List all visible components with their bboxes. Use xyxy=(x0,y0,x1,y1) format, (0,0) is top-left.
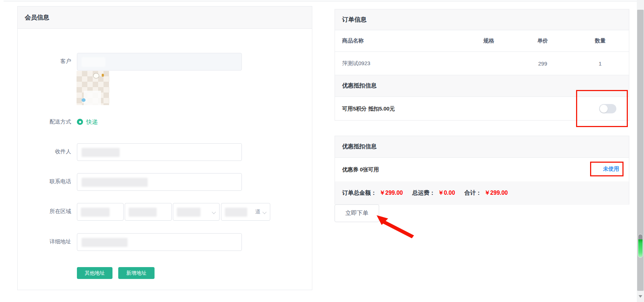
delivery-express-radio[interactable] xyxy=(77,119,83,125)
phone-input[interactable] xyxy=(77,173,242,191)
order-table-row: 萍测试0923 299 1 xyxy=(335,52,629,75)
avatar-face-detail xyxy=(93,73,99,78)
sum-label: 合计： xyxy=(464,189,482,197)
page-scrollbar[interactable] xyxy=(637,0,644,302)
region-label: 所在区域 xyxy=(24,208,71,215)
scroll-progress-cap xyxy=(638,234,643,239)
province-value-redacted xyxy=(81,208,110,217)
phone-label: 联系电话 xyxy=(24,178,71,185)
order-card-title: 订单信息 xyxy=(342,15,367,24)
phone-value-redacted xyxy=(82,178,148,187)
address-input[interactable] xyxy=(77,233,242,251)
scrollbar-down-arrow-icon[interactable] xyxy=(639,295,642,298)
scroll-progress-indicator xyxy=(638,234,643,258)
avatar-blue-dot xyxy=(82,98,86,102)
delivery-express-label[interactable]: 快递 xyxy=(86,118,98,126)
coupon-card-header: 优惠抵扣信息 xyxy=(335,136,629,158)
address-label: 详细地址 xyxy=(24,238,71,245)
region-city-select[interactable] xyxy=(125,203,172,221)
page-top-divider xyxy=(4,1,637,1)
points-text: 可用5积分 抵扣5.00元 xyxy=(342,105,395,112)
street-value-fragment: 道 xyxy=(255,208,261,215)
total-label: 订单总金额： xyxy=(342,189,377,197)
place-order-button[interactable]: 立即下单 xyxy=(335,204,379,222)
coupon-row: 优惠券 0张可用 xyxy=(335,158,629,181)
district-value-redacted xyxy=(177,208,201,217)
customer-input[interactable] xyxy=(77,53,242,71)
customer-avatar xyxy=(77,71,109,105)
col-quantity: 数量 xyxy=(571,37,629,44)
customer-label: 客户 xyxy=(24,58,71,65)
shipping-value: ￥0.00 xyxy=(438,189,455,197)
col-product-name: 商品名称 xyxy=(335,37,464,44)
quantity-cell: 1 xyxy=(571,60,629,67)
total-value: ￥299.00 xyxy=(380,189,403,197)
member-card-header: 会员信息 xyxy=(18,6,312,29)
add-address-button[interactable]: 新增地址 xyxy=(118,267,155,279)
product-name-cell: 萍测试0923 xyxy=(335,60,464,67)
member-card-title: 会员信息 xyxy=(25,13,49,22)
avatar-blur-block xyxy=(84,91,101,105)
delivery-method-label: 配送方式 xyxy=(24,118,71,125)
customer-value-redacted xyxy=(82,57,105,67)
member-info-card: 会员信息 客户 配送方式 快递 收件人 联系电话 所在区域 道 详细地址 其他地… xyxy=(17,6,312,290)
col-unit-price: 单价 xyxy=(514,37,571,44)
shipping-label: 总运费： xyxy=(412,189,435,197)
recipient-label: 收件人 xyxy=(24,148,71,155)
col-spec: 规格 xyxy=(464,37,514,44)
city-value-redacted xyxy=(129,208,157,217)
unit-price-cell: 299 xyxy=(514,60,571,67)
annotation-arrow xyxy=(374,213,417,239)
recipient-input[interactable] xyxy=(77,143,242,161)
street-value-redacted xyxy=(225,208,247,217)
other-address-button[interactable]: 其他地址 xyxy=(77,267,112,279)
region-province-select[interactable] xyxy=(77,203,124,221)
discount-section-title: 优惠抵扣信息 xyxy=(342,82,377,90)
chevron-down-icon xyxy=(263,211,266,214)
annotation-box-toggle xyxy=(576,90,628,127)
coupon-card-title: 优惠抵扣信息 xyxy=(342,143,377,150)
address-value-redacted xyxy=(82,238,128,247)
order-table-header: 商品名称 规格 单价 数量 xyxy=(335,30,629,52)
chevron-down-icon xyxy=(212,211,216,214)
recipient-value-redacted xyxy=(82,148,120,157)
scroll-progress-body xyxy=(638,239,643,258)
coupon-text: 优惠券 0张可用 xyxy=(342,166,379,173)
order-card-header: 订单信息 xyxy=(335,9,629,30)
avatar-spark-detail xyxy=(102,74,104,77)
sum-value: ￥299.00 xyxy=(484,189,508,197)
annotation-box-coupon-status xyxy=(590,162,624,176)
coupon-card: 优惠抵扣信息 优惠券 0张可用 未使用 订单总金额： ￥299.00 总运费： … xyxy=(335,136,629,204)
region-street-select[interactable]: 道 xyxy=(221,203,270,221)
order-summary-row: 订单总金额： ￥299.00 总运费： ￥0.00 合计： ￥299.00 xyxy=(335,181,629,205)
region-district-select[interactable] xyxy=(173,203,220,221)
